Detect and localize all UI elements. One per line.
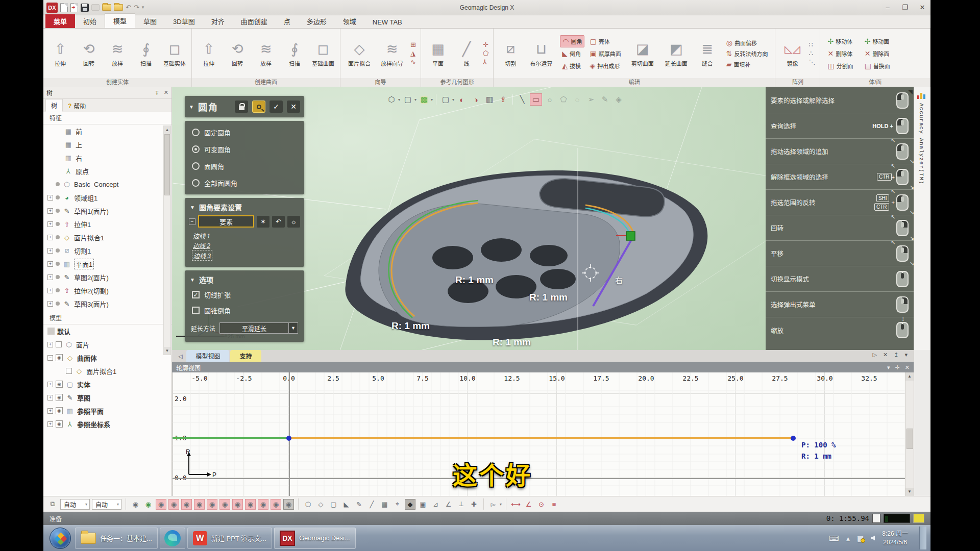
polyface-visibility-icon[interactable]: ◉ <box>168 499 179 510</box>
tree-item-default[interactable]: 默认 <box>43 324 172 338</box>
section-triangle-icon[interactable]: ▼ <box>190 277 195 283</box>
revolve-surface-button[interactable]: ⟲回转 <box>224 40 251 67</box>
primitive-solid-button[interactable]: ◻基础实体 <box>161 40 188 67</box>
show-desktop-button[interactable] <box>919 527 926 549</box>
profile-point-end[interactable] <box>791 436 796 441</box>
help-tab[interactable]: ?帮助 <box>63 100 91 112</box>
face-fill-button[interactable]: ▰面填补 <box>724 60 770 69</box>
plane-button[interactable]: ▦平面 <box>424 40 452 67</box>
eye-icon[interactable]: ◉ <box>56 381 63 388</box>
start-button[interactable] <box>50 528 71 549</box>
expand-icon[interactable]: + <box>47 221 53 227</box>
dropdown-caret[interactable]: ▾ <box>452 97 454 102</box>
revolve-wizard-icon[interactable]: ◮ <box>410 50 416 57</box>
tree-item-mesh-fit-body[interactable]: ◇面片拟合1 <box>43 364 172 378</box>
scroll-down-icon[interactable]: ▼ <box>164 347 170 355</box>
region-visibility-icon[interactable]: ◉ <box>143 499 154 510</box>
linear-pattern-icon[interactable]: ∷ <box>808 41 815 48</box>
preview-search-button[interactable] <box>252 101 265 113</box>
scroll-up-icon[interactable]: ▲ <box>905 372 914 381</box>
curve-visibility-icon[interactable]: ◉ <box>219 499 230 510</box>
tab-polygon[interactable]: 多边形 <box>299 14 335 28</box>
tab-initial[interactable]: 初始 <box>75 14 105 28</box>
tree-item-region-group[interactable]: +◕领域组1 <box>43 191 172 204</box>
filter-loop-icon[interactable]: ⊿ <box>430 499 441 510</box>
expand-icon[interactable]: + <box>47 421 53 427</box>
scroll-up-icon[interactable]: ▲ <box>164 126 170 134</box>
radio-fixed-fillet[interactable]: 固定圆角 <box>185 124 304 141</box>
expand-icon[interactable]: + <box>47 382 53 387</box>
tangent-extension-checkbox[interactable]: ✓切线扩张 <box>185 287 304 303</box>
curve-pattern-icon[interactable]: ⋱ <box>808 59 815 65</box>
boolean-button[interactable]: ⊔布尔运算 <box>525 40 557 67</box>
tree-item-extrude2[interactable]: +⇧拉伸2(切割) <box>43 284 172 297</box>
tab-menu-caret-icon[interactable]: ▾ <box>904 352 908 358</box>
filter-plane-icon[interactable]: ▦ <box>379 499 390 510</box>
filter-axis-icon[interactable]: ⟂ <box>456 499 467 510</box>
extension-method-select[interactable]: 平滑延长 ▼ <box>219 322 298 334</box>
measure-angle-icon[interactable]: ∠ <box>523 499 534 510</box>
confirm-button[interactable]: ✓ <box>270 101 283 113</box>
split-view-icon[interactable]: ▥ <box>483 93 496 106</box>
line-select-icon[interactable]: ╲ <box>516 93 528 106</box>
taskbar-clock[interactable]: 8:26 周一 2024/5/6 <box>882 530 908 546</box>
tab-align[interactable]: 对齐 <box>203 14 233 28</box>
undo-icon[interactable]: ↶ <box>126 4 131 11</box>
tree-item-solid-body[interactable]: +◉▢实体 <box>43 378 172 391</box>
select-all-button[interactable]: ✶ <box>257 216 270 228</box>
expand-icon[interactable]: + <box>47 208 53 214</box>
thicken-button[interactable]: ▣赋厚曲面 <box>587 47 623 60</box>
cut-button[interactable]: ⧄切割 <box>497 40 524 67</box>
ref-point-icon[interactable]: ✛ <box>483 41 488 48</box>
tree-item-origin[interactable]: ⅄原点 <box>43 164 172 178</box>
mesh-visibility-icon[interactable]: ◉ <box>130 499 141 510</box>
close-button[interactable]: ✕ <box>917 4 927 11</box>
loft-surface-button[interactable]: ≋放样 <box>252 40 280 67</box>
rectangle-select-icon[interactable]: ▭ <box>530 93 542 106</box>
tab-new-tab[interactable]: NEW TAB <box>364 16 410 28</box>
scroll-down-icon[interactable]: ▼ <box>905 488 914 496</box>
point-ref-visibility-icon[interactable]: ◉ <box>258 499 268 510</box>
measure-distance-icon[interactable]: ⟷ <box>510 499 521 510</box>
app-logo-icon[interactable]: DX <box>46 3 58 13</box>
dropdown-caret[interactable]: ▾ <box>431 97 433 102</box>
tab-menu[interactable]: 菜单 <box>45 14 75 28</box>
print-icon[interactable] <box>91 4 100 11</box>
offset-surface-button[interactable]: ◎曲面偏移 <box>724 38 770 47</box>
taskbar-item-wps[interactable]: W 新建 PPT 演示文... <box>187 528 272 549</box>
recorder-stop-box[interactable] <box>913 514 924 523</box>
exploded-view-icon[interactable]: ⇪ <box>497 93 509 106</box>
profile-point-start[interactable] <box>286 436 291 441</box>
edge-list-item[interactable]: 边线 2 <box>192 240 211 250</box>
tab-scroll-right-icon[interactable]: ▷ <box>873 352 877 358</box>
undo-selection-button[interactable]: ↶ <box>272 216 285 228</box>
tree-item-front-plane[interactable]: ▦前 <box>43 124 172 138</box>
measure-section-icon[interactable]: ≡ <box>549 499 559 510</box>
normal-view-icon[interactable]: ◐ <box>456 93 468 106</box>
coord-visibility-icon[interactable]: ◉ <box>271 499 281 510</box>
sweep-wizard-icon[interactable]: ∿ <box>410 59 416 65</box>
delete-body-button[interactable]: ✕删除体 <box>825 47 855 60</box>
expand-icon[interactable]: + <box>47 395 53 400</box>
edge-list-item[interactable]: 边线 1 <box>192 231 211 240</box>
eye-icon[interactable]: ◉ <box>56 354 63 361</box>
recorder-pause-box[interactable] <box>872 514 880 523</box>
tab-region[interactable]: 领域 <box>335 14 364 28</box>
edge-list-item-selected[interactable]: 边线 3 <box>192 250 212 261</box>
radio-face-fillet[interactable]: 面圆角 <box>185 158 304 174</box>
tree-item-mesh[interactable]: ⬡Basic_Concept <box>43 178 172 191</box>
ime-keyboard-icon[interactable]: ⌨ <box>829 534 839 542</box>
polygon-select-icon[interactable]: ⬠ <box>557 93 570 106</box>
open-folder-icon[interactable] <box>102 4 111 11</box>
measure-visibility-icon[interactable]: ◉ <box>283 499 294 510</box>
scroll-thumb[interactable] <box>164 134 170 195</box>
tree-item-ref-coords[interactable]: +◉⅄参照坐标系 <box>43 417 172 431</box>
surface-visibility-icon[interactable]: ◉ <box>181 499 192 510</box>
collapse-icon[interactable]: − <box>47 355 53 361</box>
revolve-solid-button[interactable]: ⟲回转 <box>75 40 103 67</box>
tree-item-surface-body[interactable]: −◉◇曲面体 <box>43 351 172 364</box>
filter-edge-icon[interactable]: ╱ <box>366 499 377 510</box>
expand-icon[interactable]: + <box>47 342 53 347</box>
ref-coordinate-icon[interactable]: ⅄ <box>483 59 488 65</box>
lasso-select-icon[interactable]: ◌ <box>571 93 583 106</box>
